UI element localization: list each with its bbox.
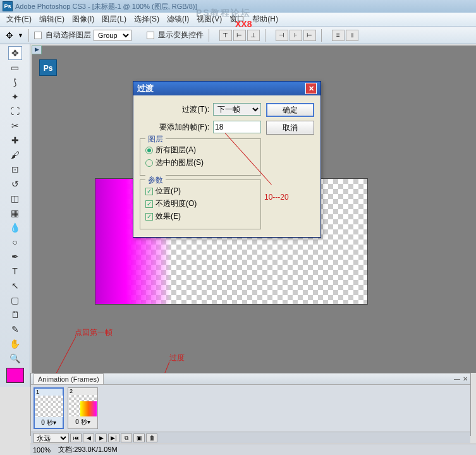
new-frame-button[interactable]: ▣ bbox=[133, 434, 145, 442]
frame-1[interactable]: 1 0 秒▾ bbox=[34, 387, 64, 429]
title-text: Adobe Photoshop CS3 - [未标题-1 @ 100% (图层,… bbox=[15, 2, 197, 11]
dialog-titlebar[interactable]: 过渡 ✕ bbox=[133, 82, 320, 95]
shape-tool[interactable]: ▢ bbox=[8, 293, 22, 307]
distribute-buttons: ⊣ ⊦ ⊢ bbox=[276, 30, 316, 41]
align-bottom-icon[interactable]: ⊥ bbox=[247, 30, 260, 41]
doc-size: 文档:293.0K/1.09M bbox=[58, 445, 118, 454]
minimize-icon[interactable]: — bbox=[454, 375, 460, 382]
dodge-tool[interactable]: ○ bbox=[8, 235, 22, 249]
opacity-label: 不透明度(O) bbox=[156, 198, 197, 209]
next-frame-button[interactable]: ▶| bbox=[108, 434, 119, 442]
layers-fieldset: 图层 所有图层(A) 选中的图层(S) bbox=[140, 138, 261, 176]
move-tool-icon[interactable]: ✥ bbox=[4, 30, 15, 41]
align-hcenter-icon[interactable]: ⊦ bbox=[290, 30, 302, 41]
slice-tool[interactable]: ✂ bbox=[8, 119, 22, 133]
position-label: 位置(P) bbox=[156, 186, 181, 197]
ps-badge: Ps bbox=[39, 59, 57, 76]
effects-label: 效果(E) bbox=[156, 211, 181, 222]
history-brush-tool[interactable]: ↺ bbox=[8, 177, 22, 191]
reveal-strip[interactable]: ▶ bbox=[32, 46, 42, 54]
play-button[interactable]: ▶ bbox=[95, 434, 107, 442]
tween-button[interactable]: ⧉ bbox=[121, 434, 132, 442]
menu-filter[interactable]: 滤镜(I) bbox=[163, 13, 193, 26]
options-bar: ✥ ▼ 自动选择图层 Group 显示变换控件 ⊤ ⊢ ⊥ ⊣ ⊦ ⊢ ≡ ⦀ bbox=[0, 27, 476, 44]
show-transform-checkbox[interactable] bbox=[147, 32, 154, 39]
watermark-text: PS教程论坛 bbox=[196, 8, 251, 19]
menu-image[interactable]: 图像(I) bbox=[68, 13, 98, 26]
dialog-title-text: 过渡 bbox=[137, 83, 154, 94]
tween-with-select[interactable]: 下一帧 bbox=[213, 103, 261, 116]
zoom-tool[interactable]: 🔍 bbox=[8, 351, 22, 365]
animation-tab[interactable]: Animation (Frames) bbox=[34, 373, 104, 384]
tween-with-label: 过渡(T): bbox=[182, 104, 209, 115]
menu-select[interactable]: 选择(S) bbox=[130, 13, 163, 26]
menu-file[interactable]: 文件(E) bbox=[3, 13, 35, 26]
blur-tool[interactable]: 💧 bbox=[8, 221, 22, 234]
tool-preset-dropdown-icon[interactable]: ▼ bbox=[18, 32, 23, 39]
align-top-icon[interactable]: ⊤ bbox=[219, 30, 232, 41]
params-fieldset: 参数 ✓ 位置(P) ✓ 不透明度(O) ✓ 效果(E) bbox=[140, 179, 261, 229]
frame-thumb bbox=[69, 395, 97, 416]
dist-icon[interactable]: ⦀ bbox=[346, 30, 358, 41]
loop-select[interactable]: 永远 bbox=[34, 433, 69, 443]
auto-select-checkbox[interactable] bbox=[34, 32, 42, 39]
move-tool[interactable]: ✥ bbox=[8, 46, 22, 60]
healing-tool[interactable]: ✚ bbox=[8, 133, 22, 147]
show-transform-label: 显示变换控件 bbox=[158, 30, 204, 40]
frame-time[interactable]: 0 秒▾ bbox=[68, 417, 97, 427]
delete-frame-button[interactable]: 🗑 bbox=[146, 434, 157, 442]
path-tool[interactable]: ↖ bbox=[8, 279, 22, 293]
wand-tool[interactable]: ✦ bbox=[8, 90, 22, 104]
selected-layers-label: 选中的图层(S) bbox=[156, 157, 204, 168]
stamp-tool[interactable]: ⊡ bbox=[8, 162, 22, 176]
notes-tool[interactable]: 🗒 bbox=[8, 308, 22, 322]
divider bbox=[209, 29, 209, 42]
lasso-tool[interactable]: ⟆ bbox=[8, 75, 22, 89]
gradient-tool[interactable]: ▦ bbox=[8, 206, 22, 220]
first-frame-button[interactable]: ⏮ bbox=[70, 434, 82, 442]
all-layers-radio[interactable] bbox=[145, 147, 153, 154]
frame-number: 1 bbox=[35, 389, 63, 395]
frame-thumb bbox=[35, 396, 63, 417]
frame-2[interactable]: 2 0 秒▾ bbox=[68, 387, 98, 429]
align-right-icon[interactable]: ⊢ bbox=[303, 30, 316, 41]
align-left-icon[interactable]: ⊣ bbox=[276, 30, 288, 41]
hand-tool[interactable]: ✋ bbox=[8, 337, 22, 351]
pen-tool[interactable]: ✒ bbox=[8, 250, 22, 264]
animation-controls: 永远 ⏮ ◀ ▶ ▶| ⧉ ▣ 🗑 bbox=[31, 432, 470, 443]
eyedropper-tool[interactable]: ✎ bbox=[8, 322, 22, 336]
frames-strip: 1 0 秒▾ 2 0 秒▾ bbox=[31, 385, 470, 432]
opacity-checkbox[interactable]: ✓ bbox=[145, 200, 153, 208]
position-checkbox[interactable]: ✓ bbox=[145, 188, 153, 195]
marquee-tool[interactable]: ▭ bbox=[8, 61, 22, 75]
group-select[interactable]: Group bbox=[94, 30, 131, 41]
foreground-color-swatch[interactable] bbox=[6, 368, 24, 383]
frame-time[interactable]: 0 秒▾ bbox=[35, 418, 63, 428]
align-buttons: ⊤ ⊢ ⊥ bbox=[219, 30, 260, 41]
crop-tool[interactable]: ⛶ bbox=[8, 104, 22, 118]
selected-layers-radio[interactable] bbox=[145, 159, 153, 167]
auto-select-label: 自动选择图层 bbox=[46, 30, 91, 40]
close-icon[interactable]: ✕ bbox=[463, 375, 468, 382]
toolbox: ✥ ▭ ⟆ ✦ ⛶ ✂ ✚ 🖌 ⊡ ↺ ◫ ▦ 💧 ○ ✒ T ↖ ▢ 🗒 ✎ … bbox=[0, 44, 30, 387]
menu-edit[interactable]: 编辑(E) bbox=[35, 13, 68, 26]
distribute-buttons-2: ≡ ⦀ bbox=[332, 30, 358, 41]
dist-icon[interactable]: ≡ bbox=[332, 30, 345, 41]
frames-to-add-input[interactable] bbox=[213, 121, 261, 133]
cancel-button[interactable]: 取消 bbox=[266, 121, 314, 135]
animation-header: Animation (Frames) — ✕ bbox=[31, 373, 470, 385]
layers-legend: 图层 bbox=[145, 134, 166, 145]
effects-checkbox[interactable]: ✓ bbox=[145, 213, 153, 221]
align-vcenter-icon[interactable]: ⊢ bbox=[233, 30, 246, 41]
menu-help[interactable]: 帮助(H) bbox=[248, 13, 282, 26]
zoom-level[interactable]: 100% bbox=[33, 446, 51, 454]
prev-frame-button[interactable]: ◀ bbox=[83, 434, 94, 442]
brush-tool[interactable]: 🖌 bbox=[8, 148, 22, 162]
eraser-tool[interactable]: ◫ bbox=[8, 191, 22, 205]
frame-number: 2 bbox=[68, 388, 97, 394]
tween-dialog: 过渡 ✕ 过渡(T): 下一帧 要添加的帧(F): 图层 所有图层(A) bbox=[133, 81, 321, 238]
close-button[interactable]: ✕ bbox=[305, 83, 317, 94]
type-tool[interactable]: T bbox=[8, 264, 22, 278]
ok-button[interactable]: 确定 bbox=[266, 103, 314, 117]
menu-layer[interactable]: 图层(L) bbox=[98, 13, 130, 26]
